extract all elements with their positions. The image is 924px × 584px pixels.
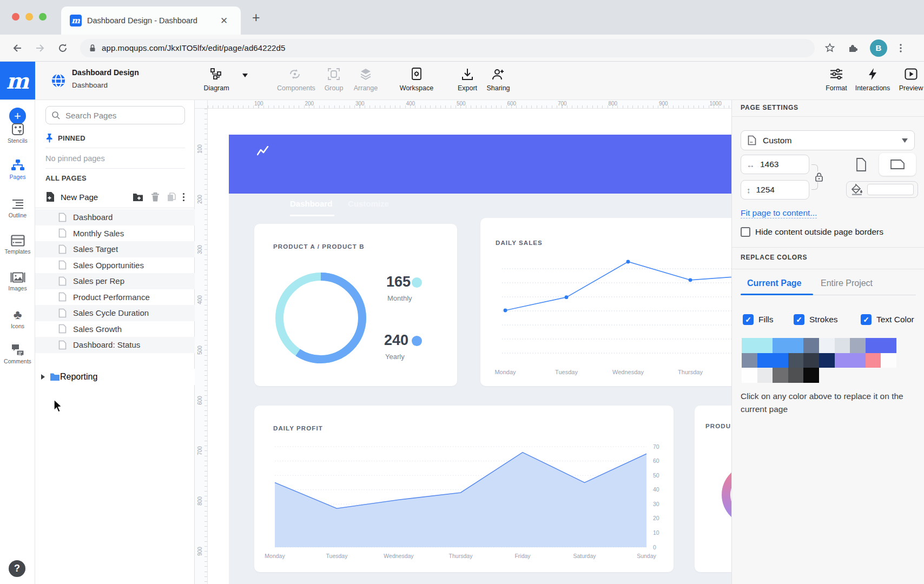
project-title[interactable]: Dashboard Design [72,68,139,77]
page-list-item[interactable]: Dashboard: Status [35,337,195,353]
color-swatch[interactable] [881,353,896,368]
rail-item-comments[interactable]: Comments [0,343,35,364]
back-icon[interactable] [12,43,23,54]
page-height-input[interactable] [755,184,793,195]
tool-group[interactable]: Group [316,66,352,92]
daily-sales-card[interactable]: DAILY SALES MondayTuesdayWednesdayThursd… [480,218,731,386]
rail-item-outline[interactable]: Outline [0,198,35,218]
mockup-tab-dashboard[interactable]: Dashboard [290,199,332,208]
tool-preview[interactable]: Preview [893,66,924,92]
color-swatch[interactable] [757,368,773,383]
strokes-checkbox[interactable]: ✓ [794,314,804,325]
tool-interactions[interactable]: Interactions [855,66,890,92]
add-button[interactable]: + [9,108,26,124]
zoom-window-button[interactable] [39,13,47,21]
color-swatch[interactable] [819,353,835,368]
page-list-item[interactable]: Sales Cycle Duration [35,305,195,321]
diagram-dropdown-caret[interactable] [242,74,248,77]
page-list-item[interactable]: Sales Target [35,241,195,257]
tab-entire-project[interactable]: Entire Project [821,278,873,288]
address-bar[interactable]: app.moqups.com/JkxITO5lfx/edit/page/ad64… [80,39,815,57]
avatar[interactable]: B [870,39,887,57]
color-swatch[interactable] [742,368,757,383]
close-window-button[interactable] [12,13,19,21]
help-button[interactable]: ? [9,560,25,577]
page-list-item[interactable]: Dashboard [35,209,195,225]
strokes-checkbox-row[interactable]: ✓ Strokes [794,314,838,325]
moqups-logo[interactable]: m [0,62,35,99]
portrait-orientation-button[interactable] [855,157,867,172]
color-swatch[interactable] [788,353,804,368]
color-swatch[interactable] [803,338,819,353]
color-swatch[interactable] [819,338,835,353]
page-folder-row[interactable]: Reporting [35,369,195,385]
text-color-checkbox[interactable]: ✓ [861,314,872,325]
page-list-item[interactable]: Monthly Sales [35,225,195,242]
tool-arrange[interactable]: Arrange [348,66,384,92]
rail-item-templates[interactable]: Templates [0,235,35,255]
mockup-nav-header[interactable]: Dashboard Customize [229,135,731,194]
page-size-select[interactable]: Custom [741,130,915,150]
extension-puzzle-icon[interactable] [847,43,858,54]
color-swatch[interactable] [835,353,866,368]
rail-item-icons[interactable]: ♣ Icons [0,308,35,329]
page-list-item[interactable]: Sales Opportunities [35,257,195,274]
folder-expand-icon[interactable] [41,374,45,380]
rail-item-pages[interactable]: Pages [0,159,35,180]
page-list-item[interactable]: Product Performance [35,289,195,306]
project-globe-icon[interactable] [51,73,66,88]
color-swatch[interactable] [773,368,788,383]
color-swatch[interactable] [866,338,896,353]
tool-components[interactable]: Components [277,66,313,92]
new-page-icon[interactable] [45,191,55,202]
daily-profit-card[interactable]: DAILY PROFIT 706050403020100MondayTuesda… [254,406,674,572]
fit-page-link[interactable]: Fit page to content... [741,208,817,218]
color-swatch[interactable] [742,353,757,368]
pages-menu-kebab-icon[interactable] [182,193,185,202]
hide-content-row[interactable]: Hide content outside page borders [741,227,883,237]
search-pages-input[interactable] [64,110,173,121]
page-list-item[interactable]: Sales per Rep [35,273,195,289]
rail-item-stencils[interactable]: Stencils [0,123,35,144]
unlock-ratio-icon[interactable] [814,171,824,182]
page-width-input[interactable] [759,159,797,170]
tool-diagram[interactable]: Diagram [199,66,234,92]
tab-close-icon[interactable]: ✕ [220,15,228,26]
page-fill-color-swatch[interactable] [867,184,914,195]
page-list-item[interactable]: Sales Growth [35,321,195,337]
minimize-window-button[interactable] [25,13,33,21]
color-swatch[interactable] [850,338,866,353]
search-pages-box[interactable] [45,106,185,124]
hide-content-checkbox[interactable] [741,227,750,237]
color-swatch[interactable] [757,353,788,368]
color-swatch[interactable] [773,338,803,353]
fills-checkbox-row[interactable]: ✓ Fills [743,314,774,325]
page-fill-control[interactable] [846,181,918,198]
rail-item-images[interactable]: Images [0,271,35,291]
forward-icon[interactable] [35,43,45,54]
tab-current-page[interactable]: Current Page [747,278,801,288]
tool-sharing[interactable]: Sharing [480,66,516,92]
mockup-tab-customize[interactable]: Customize [348,199,389,208]
page-height-field[interactable]: ↕ [741,180,809,200]
tool-workspace[interactable]: Workspace [399,66,434,92]
new-tab-button[interactable]: + [252,12,260,23]
fills-checkbox[interactable]: ✓ [743,314,754,325]
partial-product-card[interactable]: PRODU [695,406,731,572]
design-canvas[interactable]: Dashboard Customize PRODUCT A / PRODUCT … [208,109,731,584]
new-folder-icon[interactable] [133,193,143,202]
landscape-orientation-button[interactable] [879,153,916,176]
color-swatch[interactable] [866,353,881,368]
text-color-checkbox-row[interactable]: ✓ Text Color [861,314,914,325]
reload-icon[interactable] [57,43,68,54]
color-swatch[interactable] [742,338,773,353]
color-swatch[interactable] [803,368,819,383]
donut-chart-card[interactable]: PRODUCT A / PRODUCT B 165 Monthly 240 Ye… [254,224,457,386]
page-width-field[interactable]: ↔ [741,155,809,174]
tool-format[interactable]: Format [819,66,854,92]
new-page-label[interactable]: New Page [61,193,98,202]
browser-tab[interactable]: m Dashboard Design - Dashboard ✕ [61,6,241,35]
color-swatch[interactable] [788,368,804,383]
bookmark-star-icon[interactable] [824,43,835,54]
browser-menu-icon[interactable] [899,43,902,54]
